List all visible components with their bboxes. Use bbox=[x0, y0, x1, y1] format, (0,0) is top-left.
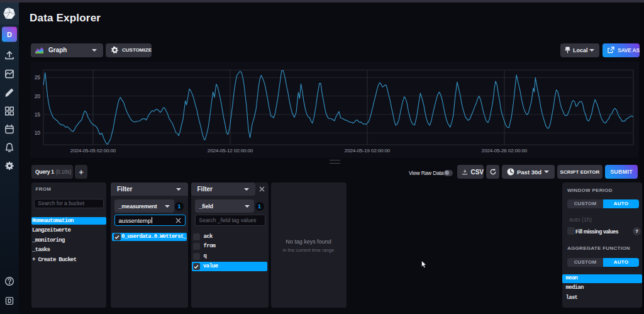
svg-text:10: 10 bbox=[35, 130, 41, 136]
svg-text:15: 15 bbox=[35, 111, 41, 118]
svg-text:25: 25 bbox=[35, 74, 41, 81]
svg-text:2024-05-26 02:00:00: 2024-05-26 02:00:00 bbox=[482, 148, 528, 154]
svg-text:2024-05-05 02:00:00: 2024-05-05 02:00:00 bbox=[70, 148, 116, 154]
svg-text:D: D bbox=[7, 31, 12, 38]
svg-text:2024-05-12 02:00:00: 2024-05-12 02:00:00 bbox=[208, 148, 253, 154]
svg-text:20: 20 bbox=[35, 93, 41, 99]
svg-text:2024-05-19 02:00:00: 2024-05-19 02:00:00 bbox=[345, 148, 391, 154]
